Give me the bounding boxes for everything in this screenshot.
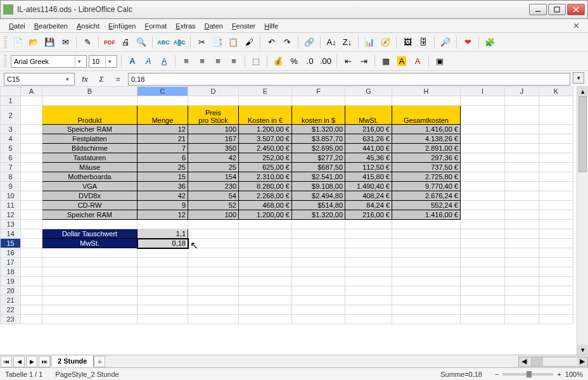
row-header-3[interactable]: 3 (1, 125, 21, 134)
cell[interactable] (461, 172, 505, 182)
name-box[interactable]: C15 (4, 73, 75, 86)
cell-kosten-eur[interactable]: 625,00 € (239, 163, 292, 172)
cell[interactable] (505, 248, 539, 258)
cell[interactable] (392, 248, 461, 258)
cell-kosten-eur[interactable]: 8.280,00 € (239, 182, 292, 191)
cell[interactable] (392, 286, 461, 296)
cell[interactable] (505, 239, 539, 248)
cell[interactable] (137, 305, 188, 315)
minimize-button[interactable] (529, 4, 547, 15)
cell[interactable] (137, 296, 188, 305)
cell[interactable] (345, 296, 392, 305)
cell-kosten-usd[interactable]: $514,80 (292, 201, 345, 210)
cell-kosten-eur[interactable]: 252,00 € (239, 153, 292, 163)
cell[interactable] (345, 286, 392, 296)
redo-icon[interactable]: ↷ (280, 35, 294, 49)
bgcolor-icon[interactable]: A (395, 54, 409, 68)
cell[interactable] (188, 239, 239, 248)
cell-gesamt[interactable]: 297,36 € (392, 153, 461, 163)
cell[interactable] (188, 267, 239, 277)
cell[interactable] (392, 277, 461, 286)
cell[interactable] (505, 258, 539, 267)
menu-fenster[interactable]: Fenster (228, 21, 259, 31)
cell-preis[interactable]: 25 (188, 163, 239, 172)
cell[interactable] (21, 315, 42, 324)
cell[interactable] (461, 201, 505, 210)
row-header-23[interactable]: 23 (1, 315, 21, 324)
cell[interactable] (21, 96, 42, 106)
cell-gesamt[interactable]: 2.725,80 € (392, 172, 461, 182)
cell-menge[interactable]: 12 (137, 210, 188, 220)
toolbar-grip[interactable] (4, 36, 7, 49)
cell-preis[interactable]: 42 (188, 153, 239, 163)
cell[interactable] (137, 248, 188, 258)
cell[interactable] (505, 201, 539, 210)
cell[interactable] (42, 267, 137, 277)
cell[interactable] (42, 96, 137, 106)
font-name-combo[interactable]: Arial Greek (11, 55, 87, 68)
align-justify-icon[interactable]: ≡ (227, 54, 241, 68)
cell[interactable] (539, 210, 573, 220)
save-icon[interactable]: 💾 (42, 35, 56, 49)
cell[interactable] (539, 305, 573, 315)
cell[interactable] (345, 258, 392, 267)
gridlines-icon[interactable]: ▣ (433, 54, 447, 68)
cell-menge[interactable]: 15 (137, 172, 188, 182)
cell[interactable] (239, 220, 292, 229)
cell[interactable] (21, 286, 42, 296)
cell-gesamt[interactable]: 9.770,40 € (392, 182, 461, 191)
cell-mwst[interactable]: 415,80 € (345, 172, 392, 182)
cell[interactable] (461, 296, 505, 305)
cell[interactable] (539, 239, 573, 248)
cell-kosten-usd[interactable]: $1.320,00 (292, 125, 345, 134)
cell[interactable] (239, 229, 292, 239)
cell-produkt[interactable]: Mäuse (42, 163, 137, 172)
cell[interactable] (137, 286, 188, 296)
col-header-J[interactable]: J (505, 87, 539, 96)
row-header-22[interactable]: 22 (1, 305, 21, 315)
cell-mwst[interactable]: 408,24 € (345, 191, 392, 201)
cell-gesamt[interactable]: 4.138,26 € (392, 134, 461, 144)
align-left-icon[interactable]: ≡ (179, 54, 193, 68)
label-mwst[interactable]: MwSt. (42, 239, 137, 248)
cell[interactable] (539, 96, 573, 106)
cell[interactable] (461, 125, 505, 134)
row-header-10[interactable]: 10 (1, 191, 21, 201)
tab-next-icon[interactable]: ▶ (26, 356, 37, 367)
cell[interactable] (345, 239, 392, 248)
sheet-tab-active[interactable]: 2 Stunde (51, 356, 94, 367)
cell[interactable] (505, 305, 539, 315)
cell[interactable] (188, 229, 239, 239)
sort-asc-icon[interactable]: A↓ (324, 35, 338, 49)
cell[interactable] (461, 305, 505, 315)
cell[interactable] (188, 248, 239, 258)
cell[interactable] (188, 258, 239, 267)
cell[interactable] (345, 305, 392, 315)
cell-kosten-eur[interactable]: 1.200,00 € (239, 210, 292, 220)
cell[interactable] (461, 220, 505, 229)
cell-kosten-eur[interactable]: 3.507,00 € (239, 134, 292, 144)
cell[interactable] (239, 315, 292, 324)
cell[interactable] (505, 296, 539, 305)
cell-mwst[interactable]: 216,00 € (345, 125, 392, 134)
decrease-indent-icon[interactable]: ⇤ (341, 54, 355, 68)
col-header-K[interactable]: K (539, 87, 573, 96)
col-header-I[interactable]: I (461, 87, 505, 96)
cell-menge[interactable]: 12 (137, 125, 188, 134)
cell-kosten-usd[interactable]: $2.541,00 (292, 172, 345, 182)
cell[interactable] (539, 277, 573, 286)
cell[interactable] (461, 286, 505, 296)
cell-kosten-usd[interactable]: $3.857,70 (292, 134, 345, 144)
cell-preis[interactable]: 100 (188, 210, 239, 220)
cell-menge[interactable]: 9 (137, 201, 188, 210)
cell[interactable] (292, 305, 345, 315)
cell[interactable] (392, 258, 461, 267)
align-right-icon[interactable]: ≡ (211, 54, 225, 68)
cell[interactable] (137, 267, 188, 277)
cell[interactable] (461, 182, 505, 191)
spreadsheet-grid[interactable]: ABCDEFGHIJK12ProduktMengePreis pro Stück… (0, 86, 573, 324)
row-header-2[interactable]: 2 (1, 106, 21, 125)
cell[interactable] (188, 286, 239, 296)
cell-gesamt[interactable]: 1.416,00 € (392, 210, 461, 220)
cell[interactable] (239, 96, 292, 106)
